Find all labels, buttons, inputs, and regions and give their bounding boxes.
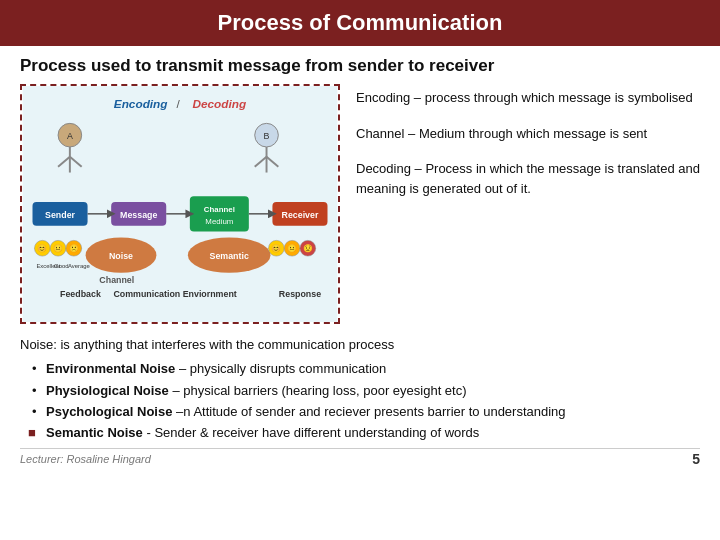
svg-text:😊: 😊 [37,243,47,253]
svg-text:Message: Message [120,210,157,220]
encoding-desc: Encoding – process through which message… [356,88,700,108]
svg-text:Medium: Medium [205,217,233,226]
noise-item-1: Environmental Noise – physically disrupt… [32,358,700,379]
svg-text:😐: 😐 [53,243,63,253]
svg-text:Decoding: Decoding [192,97,246,111]
noise-item-3: Psychological Noise –n Attitude of sende… [32,401,700,422]
svg-text:Semantic: Semantic [210,251,249,261]
header-title: Process of Communication [218,10,503,35]
svg-text:A: A [67,131,73,141]
svg-text:Response: Response [279,289,321,299]
noise-item-2: Physiological Noise – physical barriers … [32,380,700,401]
footer: Lecturer: Rosaline Hingard 5 [20,448,700,467]
svg-text:Communication Enviornment: Communication Enviornment [113,289,236,299]
svg-text:🙁: 🙁 [69,243,79,253]
svg-text:Channel: Channel [99,275,134,285]
svg-text:Average: Average [68,263,91,269]
diagram-box: Encoding / Decoding A B Sende [20,84,340,324]
svg-text:B: B [264,131,270,141]
svg-text:Sender: Sender [45,210,76,220]
noise-item-4: Semantic Noise - Sender & receiver have … [32,422,700,443]
header: Process of Communication [0,0,720,46]
svg-text:Channel: Channel [204,205,235,214]
svg-text:Good: Good [54,263,68,269]
noise-intro: Noise: is anything that interferes with … [20,334,700,356]
channel-desc: Channel – Medium through which message i… [356,124,700,144]
svg-text:Encoding: Encoding [114,97,168,111]
svg-text:😟: 😟 [303,243,313,253]
svg-text:Feedback: Feedback [60,289,101,299]
page-number: 5 [692,451,700,467]
decoding-desc: Decoding – Process in which the message … [356,159,700,198]
noise-section: Noise: is anything that interferes with … [20,334,700,444]
svg-text:Noise: Noise [109,251,133,261]
lecturer-name: Lecturer: Rosaline Hingard [20,453,151,465]
svg-text:😊: 😊 [271,243,281,253]
svg-text:😐: 😐 [287,243,297,253]
subtitle: Process used to transmit message from se… [20,56,700,76]
svg-text:Receiver: Receiver [282,210,319,220]
description-column: Encoding – process through which message… [356,84,700,324]
